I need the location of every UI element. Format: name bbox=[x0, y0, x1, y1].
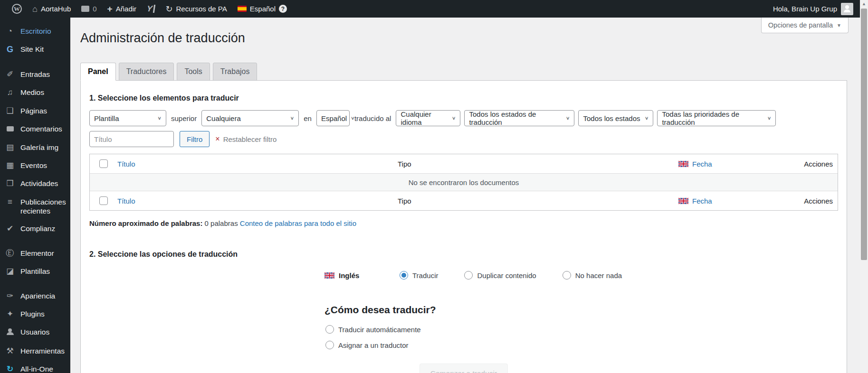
language-label: Inglés bbox=[324, 271, 400, 280]
start-translating-button[interactable]: Comenzar a traducir bbox=[420, 364, 508, 373]
radio-traducir[interactable]: Traducir bbox=[400, 271, 438, 280]
sidebar-item-galeria-img[interactable]: ▤ Galería img bbox=[0, 139, 70, 157]
translation-status-select[interactable]: Todos los estados de traducción ∨ bbox=[464, 110, 574, 126]
sidebar-item-plantillas[interactable]: ◪ Plantillas bbox=[0, 262, 70, 280]
yoast-seo-menu[interactable]: Y bbox=[142, 0, 160, 18]
title-filter-input[interactable] bbox=[89, 131, 174, 147]
activities-icon: ❒ bbox=[5, 179, 15, 188]
empty-table-row: No se encontraron los documentos bbox=[90, 173, 838, 191]
tab-trabajos[interactable]: Trabajos bbox=[213, 63, 258, 81]
tab-traductores[interactable]: Traductores bbox=[119, 63, 174, 81]
radio-button[interactable] bbox=[563, 271, 571, 280]
target-language-select[interactable]: Cualquier idioma ∨ bbox=[396, 110, 460, 126]
resources-menu[interactable]: ↻ Recursos de PA bbox=[160, 0, 232, 18]
yoast-icon: Y bbox=[146, 5, 156, 13]
appearance-icon: ✑ bbox=[5, 291, 15, 301]
scrollbar-thumb[interactable] bbox=[861, 9, 867, 260]
calendar-icon: ▦ bbox=[5, 161, 15, 170]
chevron-down-icon: ▼ bbox=[837, 23, 841, 28]
users-icon bbox=[5, 327, 15, 337]
checkmark-icon: ✔ bbox=[5, 224, 15, 233]
how-to-translate-options: Traducir automáticamente Asignar a un tr… bbox=[325, 325, 838, 349]
admin-sidebar: ◔ Escritorio G Site Kit ✐ Entradas ♫ Med… bbox=[0, 18, 70, 373]
column-type: Tipo bbox=[398, 197, 411, 205]
radio-button[interactable] bbox=[325, 341, 334, 349]
avatar[interactable] bbox=[841, 3, 853, 15]
sidebar-item-elementor[interactable]: Ⓔ Elementor bbox=[0, 244, 70, 262]
pushpin-icon: ✐ bbox=[5, 70, 15, 79]
sidebar-item-comentarios[interactable]: Comentarios bbox=[0, 120, 70, 138]
site-name: AortaHub bbox=[41, 5, 71, 13]
superior-label: superior bbox=[170, 114, 198, 122]
help-icon[interactable]: ? bbox=[279, 5, 287, 13]
word-count-link[interactable]: Conteo de palabras para todo el sitio bbox=[240, 219, 356, 227]
sidebar-item-all-in-one-wp-migration[interactable]: ↻ All-in-One WP Migration bbox=[0, 360, 70, 373]
sidebar-item-complianz[interactable]: ✔ Complianz bbox=[0, 220, 70, 238]
column-actions: Acciones bbox=[804, 197, 833, 205]
priority-select[interactable]: Todas las prioridades de traducción ∨ bbox=[657, 110, 776, 126]
word-count-line: Número aproximado de palabras: 0 palabra… bbox=[89, 219, 838, 227]
wordpress-logo[interactable]: W bbox=[7, 0, 27, 18]
radio-asignar-traductor[interactable]: Asignar a un traductor bbox=[325, 341, 812, 349]
select-all-checkbox[interactable] bbox=[99, 196, 108, 205]
filter-button[interactable]: Filtro bbox=[180, 131, 210, 147]
tab-tools[interactable]: Tools bbox=[177, 63, 210, 81]
sidebar-item-usuarios[interactable]: Usuarios bbox=[0, 323, 70, 342]
comments-indicator[interactable]: 0 bbox=[76, 0, 102, 18]
page-title: Administración de traducción bbox=[70, 18, 860, 46]
chevron-down-icon: ∨ bbox=[452, 115, 456, 121]
empty-message: No se encontraron los documentos bbox=[409, 178, 519, 186]
type-select[interactable]: Plantilla ∨ bbox=[89, 110, 166, 126]
word-count-value: 0 palabras bbox=[205, 219, 238, 227]
source-language-select[interactable]: Español ∨ bbox=[316, 110, 350, 126]
radio-button[interactable] bbox=[400, 271, 408, 280]
sidebar-item-actividades[interactable]: ❒ Actividades bbox=[0, 175, 70, 193]
comment-bubble-icon bbox=[81, 6, 89, 12]
new-content-button[interactable]: + Añadir bbox=[102, 0, 142, 18]
tab-panel[interactable]: Panel bbox=[80, 63, 116, 81]
vertical-scrollbar[interactable]: ▲ bbox=[860, 0, 868, 373]
language-switcher[interactable]: Español ? bbox=[232, 0, 292, 18]
sidebar-item-escritorio[interactable]: ◔ Escritorio bbox=[0, 22, 70, 40]
parent-select[interactable]: Cualquiera ∨ bbox=[201, 110, 299, 126]
column-title[interactable]: Título bbox=[117, 160, 135, 168]
radio-button[interactable] bbox=[325, 325, 334, 334]
dashboard-panel: 1. Seleccione los elementos para traduci… bbox=[80, 80, 847, 373]
chevron-down-icon: ∨ bbox=[351, 115, 355, 121]
sidebar-item-paginas[interactable]: ❑ Páginas bbox=[0, 102, 70, 120]
status-select[interactable]: Todos los estados ∨ bbox=[578, 110, 653, 126]
chevron-down-icon: ∨ bbox=[157, 115, 162, 121]
table-footer-row: Título Tipo Fecha Acciones bbox=[90, 191, 838, 210]
radio-no-hacer-nada[interactable]: No hacer nada bbox=[563, 271, 622, 280]
sidebar-item-site-kit[interactable]: G Site Kit bbox=[0, 40, 70, 59]
language-options-row: Inglés Traducir Duplicar contenido No ha… bbox=[324, 271, 838, 280]
site-name-link[interactable]: ⌂ AortaHub bbox=[27, 0, 76, 18]
user-greeting[interactable]: Hola, Brain Up Grup bbox=[773, 5, 837, 13]
migration-icon: ↻ bbox=[5, 364, 15, 373]
sidebar-item-apariencia[interactable]: ✑ Apariencia bbox=[0, 287, 70, 305]
recent-posts-icon: ≡ bbox=[5, 197, 15, 207]
chevron-down-icon: ∨ bbox=[290, 115, 294, 121]
sidebar-item-eventos[interactable]: ▦ Eventos bbox=[0, 157, 70, 175]
select-all-checkbox[interactable] bbox=[99, 159, 108, 168]
pages-icon: ❑ bbox=[5, 106, 15, 116]
reset-filter-link[interactable]: × Restablecer filtro bbox=[215, 135, 277, 143]
refresh-icon: ↻ bbox=[165, 5, 172, 13]
new-content-label: Añadir bbox=[116, 5, 136, 13]
comments-count: 0 bbox=[93, 5, 96, 13]
sidebar-item-publicaciones-recientes[interactable]: ≡ Publicaciones recientes bbox=[0, 193, 70, 220]
column-date[interactable]: Fecha bbox=[692, 197, 712, 205]
scroll-up-arrow-icon[interactable]: ▲ bbox=[860, 0, 868, 8]
sidebar-item-medios[interactable]: ♫ Medios bbox=[0, 84, 70, 102]
radio-duplicar-contenido[interactable]: Duplicar contenido bbox=[464, 271, 536, 280]
column-title[interactable]: Título bbox=[117, 197, 135, 205]
column-type: Tipo bbox=[398, 160, 411, 168]
screen-options-button[interactable]: Opciones de pantalla ▼ bbox=[761, 18, 849, 33]
sidebar-item-herramientas[interactable]: ⚒ Herramientas bbox=[0, 342, 70, 360]
radio-traducir-automaticamente[interactable]: Traducir automáticamente bbox=[325, 325, 812, 334]
sidebar-item-plugins[interactable]: ✦ Plugins bbox=[0, 305, 70, 323]
radio-button[interactable] bbox=[464, 271, 473, 280]
tools-icon: ⚒ bbox=[5, 346, 15, 356]
sidebar-item-entradas[interactable]: ✐ Entradas bbox=[0, 65, 70, 84]
column-date[interactable]: Fecha bbox=[692, 160, 712, 168]
